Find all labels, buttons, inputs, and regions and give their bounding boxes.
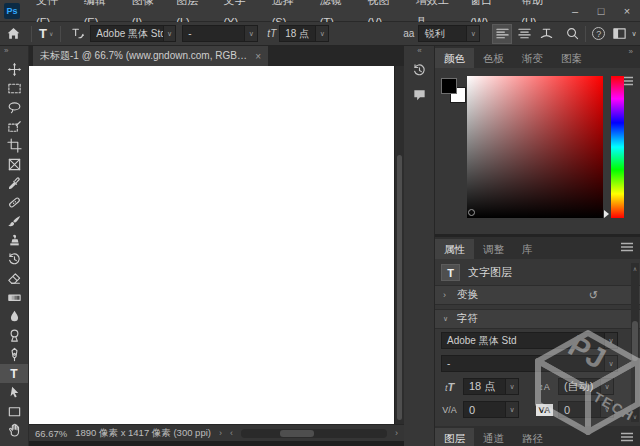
tab-patterns[interactable]: 图案 xyxy=(552,48,591,68)
history-panel-button[interactable] xyxy=(404,58,434,82)
canvas-horizontal-scrollbar[interactable] xyxy=(241,429,387,438)
expand-panels-icon[interactable]: « xyxy=(404,46,434,58)
rectangle-tool[interactable] xyxy=(0,402,28,421)
color-panel-tabs: 颜色 色板 渐变 图案 » xyxy=(435,46,640,68)
tab-layers[interactable]: 图层 xyxy=(435,428,474,446)
chevron-right-icon: › xyxy=(443,290,450,300)
minimize-button[interactable]: – xyxy=(562,0,588,22)
separator xyxy=(585,26,586,42)
saturation-brightness-field[interactable] xyxy=(467,76,603,218)
character-section-header[interactable]: ∨ 字符 xyxy=(435,309,640,329)
foreground-color-swatch[interactable] xyxy=(441,78,457,94)
clone-stamp-tool[interactable] xyxy=(0,231,28,250)
reset-icon[interactable]: ↺ xyxy=(589,289,598,302)
tab-adjustments[interactable]: 调整 xyxy=(474,239,513,259)
blur-tool[interactable] xyxy=(0,307,28,326)
leading-icon: ↕A xyxy=(536,382,553,392)
char-font-family-select[interactable]: Adobe 黑体 Std ∨ xyxy=(441,332,618,349)
tracking-select[interactable]: 0 ∨ xyxy=(558,401,614,418)
tab-gradients[interactable]: 渐变 xyxy=(513,48,552,68)
chevron-down-icon: ∨ xyxy=(443,315,450,323)
warp-text-button[interactable] xyxy=(536,24,556,44)
eyedropper-tool[interactable] xyxy=(0,174,28,193)
panel-dock: « 颜色 色板 渐变 图案 » xyxy=(404,46,640,446)
scroll-right-icon[interactable]: › xyxy=(395,428,398,438)
pen-tool[interactable] xyxy=(0,345,28,364)
collapsed-panel-strip: « xyxy=(404,46,435,446)
eraser-tool[interactable] xyxy=(0,269,28,288)
rectangular-marquee-tool[interactable] xyxy=(0,79,28,98)
scroll-left-icon[interactable]: ‹ xyxy=(230,428,233,438)
document-tab[interactable]: 未标题-1 @ 66.7% (www.gndown.com, RGB/8) * … xyxy=(33,46,268,66)
photoshop-window: Ps 文件(F) 编辑(E) 图像(I) 图层(L) 文字(Y) 选择(S) 滤… xyxy=(0,0,640,446)
move-tool[interactable] xyxy=(0,60,28,79)
frame-tool[interactable] xyxy=(0,155,28,174)
text-layer-icon: T xyxy=(441,264,460,281)
tab-channels[interactable]: 通道 xyxy=(474,428,513,446)
maximize-button[interactable]: □ xyxy=(588,0,614,22)
panel-menu-icon[interactable] xyxy=(621,432,634,444)
close-icon[interactable]: × xyxy=(255,51,261,62)
history-brush-tool[interactable] xyxy=(0,250,28,269)
options-bar: T ∨ Adobe 黑体 Std ∨ - ∨ tT 18 点 ∨ aa 锐利 ∨ xyxy=(0,22,640,46)
char-font-size-select[interactable]: 18 点 ∨ xyxy=(463,378,519,395)
align-center-button[interactable] xyxy=(514,24,534,44)
brush-tool[interactable] xyxy=(0,212,28,231)
dodge-tool[interactable] xyxy=(0,326,28,345)
tab-swatches[interactable]: 色板 xyxy=(474,48,513,68)
kerning-select[interactable]: 0 ∨ xyxy=(463,401,519,418)
font-size-value: 18 点 xyxy=(285,27,309,41)
toolbar-collapse-icon[interactable]: » xyxy=(0,46,28,60)
canvas-vertical-scrollbar[interactable] xyxy=(394,66,404,424)
tab-paths[interactable]: 路径 xyxy=(513,428,552,446)
lasso-tool[interactable] xyxy=(0,98,28,117)
search-icon[interactable] xyxy=(561,26,583,41)
home-icon[interactable] xyxy=(0,26,26,41)
status-expand-icon[interactable]: › xyxy=(219,428,222,438)
workspace-switcher-icon[interactable] xyxy=(609,26,629,41)
zoom-level-field[interactable]: 66.67% xyxy=(35,428,67,439)
hue-slider[interactable] xyxy=(611,76,624,218)
text-orientation-icon[interactable] xyxy=(66,26,88,41)
tab-color[interactable]: 颜色 xyxy=(435,48,474,68)
scroll-up-icon[interactable]: ∧ xyxy=(631,265,639,272)
comments-panel-button[interactable] xyxy=(404,82,434,106)
help-icon[interactable]: ? xyxy=(592,27,605,40)
color-panel: 颜色 色板 渐变 图案 » xyxy=(435,46,640,234)
type-tool-preset[interactable]: T ∨ xyxy=(39,26,53,41)
separator xyxy=(31,26,32,42)
scrollbar-thumb[interactable] xyxy=(632,321,638,361)
tab-libraries[interactable]: 库 xyxy=(513,239,542,259)
leading-select[interactable]: (自动) ∨ xyxy=(558,378,614,395)
align-left-button[interactable] xyxy=(492,24,512,44)
font-family-select[interactable]: Adobe 黑体 Std ∨ xyxy=(90,25,176,42)
crop-tool[interactable] xyxy=(0,136,28,155)
collapse-panels-icon[interactable]: » xyxy=(629,47,632,56)
align-left-icon xyxy=(495,26,510,41)
font-style-select[interactable]: - ∨ xyxy=(182,25,258,42)
font-size-select[interactable]: 18 点 ∨ xyxy=(279,25,329,42)
anti-alias-select[interactable]: 锐利 ∨ xyxy=(418,25,480,42)
color-swatches xyxy=(441,78,469,106)
anti-alias-value: 锐利 xyxy=(424,27,444,41)
scrollbar-thumb[interactable] xyxy=(397,155,402,420)
chevron-down-icon[interactable]: ∨ xyxy=(631,30,636,38)
layer-type-row: T 文字图层 xyxy=(435,259,640,285)
gradient-tool[interactable] xyxy=(0,288,28,307)
close-button[interactable]: × xyxy=(614,0,640,22)
tab-properties[interactable]: 属性 xyxy=(435,239,474,259)
type-tool[interactable]: T xyxy=(0,364,28,383)
panel-menu-icon[interactable] xyxy=(621,242,634,254)
char-font-style-select[interactable]: - ∨ xyxy=(441,355,618,372)
font-size-icon: tT xyxy=(267,28,276,39)
canvas[interactable] xyxy=(29,66,394,424)
font-family-value: Adobe 黑体 Std xyxy=(96,27,163,41)
object-selection-tool[interactable] xyxy=(0,117,28,136)
scroll-down-icon[interactable]: ∨ xyxy=(631,413,639,420)
scrollbar-thumb[interactable] xyxy=(280,430,314,437)
path-selection-tool[interactable] xyxy=(0,383,28,402)
properties-scrollbar[interactable]: ∧ ∨ xyxy=(631,263,639,422)
hand-tool[interactable] xyxy=(0,421,28,440)
spot-healing-brush-tool[interactable] xyxy=(0,193,28,212)
transform-section-header[interactable]: › 变换 ↺ xyxy=(435,285,640,305)
